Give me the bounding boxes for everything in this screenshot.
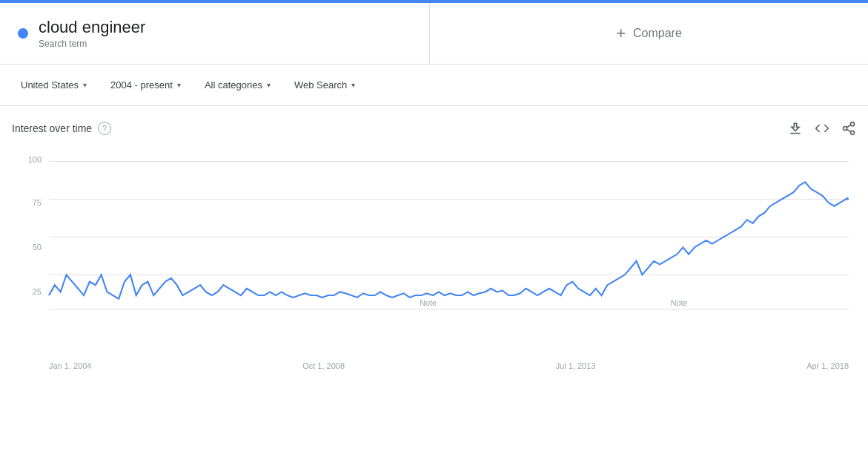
svg-text:Note: Note [671, 299, 688, 307]
svg-text:Note: Note [420, 299, 437, 307]
chart-area: 100 75 50 25 Note Note Jan 1, 2004 Oct 1… [12, 148, 856, 370]
download-button[interactable] [788, 121, 803, 136]
search-type-label: Web Search [294, 79, 347, 91]
location-chevron-icon: ▾ [83, 81, 87, 89]
timerange-filter[interactable]: 2004 - present ▾ [102, 75, 190, 95]
embed-button[interactable] [815, 121, 829, 136]
chart-section: Interest over time ? [0, 106, 868, 382]
search-term-dot [18, 28, 28, 39]
svg-line-4 [847, 129, 851, 131]
compare-label: Compare [633, 27, 682, 40]
compare-plus-icon: + [616, 24, 626, 43]
search-term-text: cloud engineer Search term [39, 18, 145, 49]
svg-point-1 [851, 122, 855, 126]
search-type-filter[interactable]: Web Search ▾ [285, 75, 364, 95]
timerange-label: 2004 - present [110, 79, 173, 91]
y-label-50: 50 [12, 243, 42, 252]
svg-point-2 [844, 127, 847, 131]
chart-actions [788, 121, 856, 136]
y-label-75: 75 [12, 198, 42, 207]
x-label-2018: Apr 1, 2018 [806, 361, 849, 370]
location-filter[interactable]: United States ▾ [12, 75, 96, 95]
category-label: All categories [205, 79, 262, 91]
timerange-chevron-icon: ▾ [177, 81, 181, 89]
search-term-title: cloud engineer [39, 18, 145, 37]
search-term-subtitle: Search term [39, 39, 145, 49]
share-button[interactable] [841, 121, 856, 136]
trend-chart: Note Note [49, 148, 849, 333]
search-type-chevron-icon: ▾ [351, 81, 355, 89]
y-label-100: 100 [12, 155, 42, 164]
filters-bar: United States ▾ 2004 - present ▾ All cat… [0, 65, 868, 106]
search-term-box: cloud engineer Search term [0, 3, 430, 64]
x-label-2008: Oct 1, 2008 [302, 361, 345, 370]
category-filter[interactable]: All categories ▾ [196, 75, 279, 95]
x-axis-labels: Jan 1, 2004 Oct 1, 2008 Jul 1, 2013 Apr … [49, 361, 849, 370]
compare-box[interactable]: + Compare [430, 3, 868, 64]
category-chevron-icon: ▾ [267, 81, 271, 89]
svg-point-3 [851, 131, 855, 134]
svg-line-5 [847, 125, 851, 127]
x-label-2013: Jul 1, 2013 [556, 361, 596, 370]
location-label: United States [21, 79, 79, 91]
chart-header: Interest over time ? [12, 121, 856, 136]
x-label-2004: Jan 1, 2004 [49, 361, 92, 370]
header: cloud engineer Search term + Compare [0, 3, 868, 65]
chart-title: Interest over time [12, 122, 92, 134]
help-icon[interactable]: ? [98, 122, 111, 135]
chart-title-area: Interest over time ? [12, 122, 111, 135]
y-label-25: 25 [12, 287, 42, 296]
